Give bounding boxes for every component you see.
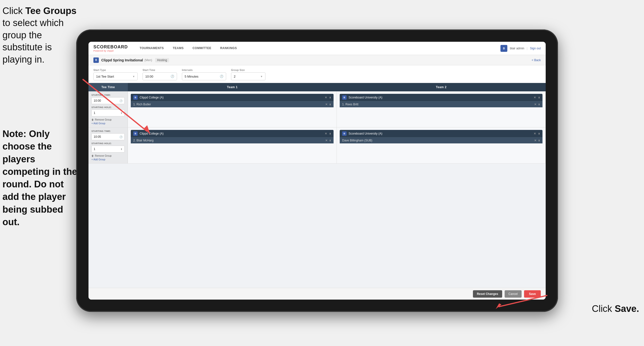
team-card-header-2-2: B Scoreboard University (A) ✕ ⬍: [340, 130, 542, 137]
starting-time-label-1: STARTING TIME:: [92, 94, 124, 96]
nav-tournaments[interactable]: TOURNAMENTS: [135, 42, 168, 55]
user-avatar: B: [500, 45, 507, 52]
player-row-2-1: 2. Blair McHarg ✕ ⬍: [131, 137, 334, 143]
hosting-badge: Hosting: [155, 58, 169, 62]
sub-header-tag: (Men): [144, 58, 152, 62]
player-chev-2-1[interactable]: ⬍: [329, 139, 331, 142]
save-bold: Save.: [615, 304, 639, 314]
player-name-2-2: Dave Billingham (SUB): [342, 139, 534, 142]
hole-input-2[interactable]: 1 ⬍: [92, 146, 124, 152]
start-type-group: Start Type 1st Tee Start ▼: [94, 69, 138, 80]
team-panel-2-2: B Scoreboard University (A) ✕ ⬍ Dave Bil…: [337, 127, 546, 163]
cancel-button[interactable]: Cancel: [505, 290, 522, 298]
player-x-1-1[interactable]: ✕: [325, 103, 328, 106]
team-card-2-2: B Scoreboard University (A) ✕ ⬍ Dave Bil…: [340, 130, 542, 143]
add-group-button-1[interactable]: + Add Group: [92, 122, 124, 125]
left-panel-1: STARTING TIME: 10:00 🕐 STARTING HOLE: 1 …: [88, 91, 128, 127]
team-icon-1-2: B: [342, 95, 346, 100]
logo-area: SCOREBOARD Powered by clippd: [94, 44, 128, 52]
chevron-icon-4: ⬍: [120, 148, 122, 151]
tablet-frame: SCOREBOARD Powered by clippd TOURNAMENTS…: [76, 29, 558, 312]
nav-right: B blair admin | Sign out: [500, 45, 541, 52]
form-area: Start Type 1st Tee Start ▼ Start Time 10…: [88, 65, 546, 83]
remove-group-button-1[interactable]: 🗑 Remove Group: [92, 118, 124, 121]
team-chev-2-1[interactable]: ⬍: [329, 132, 331, 135]
team-card-header-2-1: B Clippd College (A) ✕ ⬍: [131, 130, 334, 137]
team-chev-2-2[interactable]: ⬍: [538, 132, 540, 135]
team-panel-1-1: B Clippd College (A) ✕ ⬍ 1. Rich Butler …: [128, 91, 337, 127]
add-group-button-2[interactable]: + Add Group: [92, 158, 124, 161]
player-x-2-2[interactable]: ✕: [534, 139, 536, 142]
team-card-1-1: B Clippd College (A) ✕ ⬍ 1. Rich Butler …: [131, 94, 334, 107]
logo-sub: Powered by clippd: [94, 50, 128, 52]
logo-title: SCOREBOARD: [94, 44, 128, 50]
starting-hole-label-2: STARTING HOLE:: [92, 142, 124, 145]
remove-group-button-2[interactable]: 🗑 Remove Group: [92, 154, 124, 157]
save-button[interactable]: Save: [524, 290, 541, 298]
team-x-2-1[interactable]: ✕: [325, 132, 327, 135]
tablet-screen: SCOREBOARD Powered by clippd TOURNAMENTS…: [88, 42, 546, 300]
back-button[interactable]: < Back: [532, 58, 541, 62]
starting-time-label-2: STARTING TIME:: [92, 130, 124, 132]
team-x-1-2[interactable]: ✕: [534, 96, 536, 99]
footer: Reset Changes Cancel Save: [88, 288, 546, 300]
team-chev-1-2[interactable]: ⬍: [538, 96, 540, 99]
navbar: SCOREBOARD Powered by clippd TOURNAMENTS…: [88, 42, 546, 55]
player-chev-1-1[interactable]: ⬍: [329, 103, 331, 106]
reset-changes-button[interactable]: Reset Changes: [473, 290, 502, 298]
team-name-2-2: Scoreboard University (A): [348, 132, 532, 135]
team-icon-1-1: B: [133, 95, 138, 100]
group-row-2: STARTING TIME: 10:05 🕐 STARTING HOLE: 1 …: [88, 127, 546, 164]
th-tee-time: Tee Time: [88, 83, 128, 91]
th-team1: Team 1: [128, 83, 337, 91]
intervals-input[interactable]: 5 Minutes 🕐: [182, 72, 226, 80]
table-header: Tee Time Team 1 Team 2: [88, 83, 546, 91]
team-name-1-1: Clippd College (A): [140, 96, 323, 99]
player-row-2-2: Dave Billingham (SUB) ✕ ⬍: [340, 137, 542, 143]
group-size-group: Group Size 2 ▼: [231, 69, 266, 80]
start-time-input[interactable]: 10:00 🕐: [142, 72, 177, 80]
team-card-header-1-1: B Clippd College (A) ✕ ⬍: [131, 94, 334, 101]
instruction-text: Click Tee Groups to select which group t…: [2, 5, 79, 65]
start-time-group: Start Time 10:00 🕐: [142, 69, 177, 80]
player-name-1-2: 1. Rees Britt: [342, 103, 534, 106]
sign-out[interactable]: Sign out: [530, 47, 541, 50]
team-panel-2-1: B Clippd College (A) ✕ ⬍ 2. Blair McHarg…: [128, 127, 337, 163]
intervals-group: Intervals 5 Minutes 🕐: [182, 69, 226, 80]
nav-teams[interactable]: TEAMS: [168, 42, 188, 55]
player-name-2-1: 2. Blair McHarg: [133, 139, 325, 142]
clock-icon-3: 🕐: [120, 99, 122, 102]
content-area: STARTING TIME: 10:00 🕐 STARTING HOLE: 1 …: [88, 91, 546, 288]
nav-committee[interactable]: COMMITTEE: [188, 42, 216, 55]
start-time-label: Start Time: [142, 69, 177, 71]
start-type-input[interactable]: 1st Tee Start ▼: [94, 72, 138, 80]
sub-header-title: Clippd Spring Invitational: [101, 58, 143, 62]
player-row-1-1: 1. Rich Butler ✕ ⬍: [131, 101, 334, 107]
clock-icon-2: 🕐: [220, 75, 224, 78]
player-chev-1-2[interactable]: ⬍: [538, 103, 540, 106]
team-x-2-2[interactable]: ✕: [534, 132, 536, 135]
time-input-1[interactable]: 10:00 🕐: [92, 97, 124, 104]
player-x-1-2[interactable]: ✕: [534, 103, 536, 106]
clock-icon: 🕐: [170, 75, 174, 78]
hole-input-1[interactable]: 1 ⬍: [92, 109, 124, 116]
player-x-2-1[interactable]: ✕: [325, 139, 328, 142]
team-card-1-2: B Scoreboard University (A) ✕ ⬍ 1. Rees …: [340, 94, 542, 107]
team-x-1-1[interactable]: ✕: [325, 96, 327, 99]
player-row-1-2: 1. Rees Britt ✕ ⬍: [340, 101, 542, 107]
clock-icon-4: 🕐: [120, 136, 122, 138]
nav-rankings[interactable]: RANKINGS: [216, 42, 242, 55]
chevron-icon-3: ⬍: [120, 112, 122, 114]
th-team2: Team 2: [337, 83, 546, 91]
team-chev-1-1[interactable]: ⬍: [329, 96, 331, 99]
team-name-1-2: Scoreboard University (A): [348, 96, 532, 99]
click-save-text: Click Save.: [592, 304, 639, 314]
group-size-label: Group Size: [231, 69, 266, 71]
time-input-2[interactable]: 10:05 🕐: [92, 133, 124, 140]
left-panel-2: STARTING TIME: 10:05 🕐 STARTING HOLE: 1 …: [88, 127, 128, 163]
group-size-input[interactable]: 2 ▼: [231, 72, 266, 80]
player-name-1-1: 1. Rich Butler: [133, 103, 325, 106]
team-card-2-1: B Clippd College (A) ✕ ⬍ 2. Blair McHarg…: [131, 130, 334, 143]
intervals-label: Intervals: [182, 69, 226, 71]
player-chev-2-2[interactable]: ⬍: [538, 139, 540, 142]
